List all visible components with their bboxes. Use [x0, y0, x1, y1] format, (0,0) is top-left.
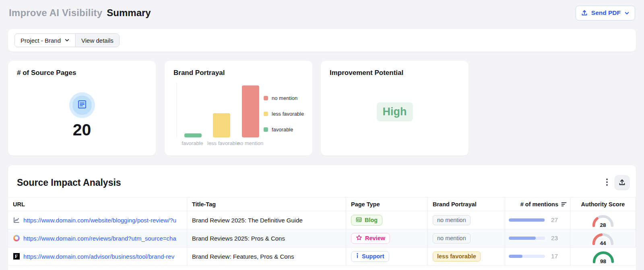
table-row-3-authority-cell: 98 [570, 247, 636, 266]
page-title-section: Improve AI Visibility [9, 7, 102, 19]
column-header-page-type[interactable]: Page Type [346, 197, 428, 211]
table-row-3-brand-portrayal-cell: less favorable [428, 247, 505, 266]
view-details-button[interactable]: View details [75, 34, 119, 47]
table-row-1-title-cell: Brand Review 2025: The Definitive Guide [187, 211, 346, 229]
project-control-group: Project - Brand View details [14, 33, 120, 47]
mentions-bar [509, 218, 545, 222]
analysis-header: Source Impact Analysis [8, 165, 636, 197]
source-pages-value: 20 [8, 120, 156, 139]
sort-descending-icon [561, 201, 567, 208]
improve-ai-visibility-page: Improve AI Visibility Summary Send PDF P… [0, 0, 644, 270]
legend-swatch [264, 112, 268, 116]
info-icon [356, 253, 359, 260]
f-letter-favicon: F [13, 253, 20, 260]
page-title-summary: Summary [107, 7, 151, 19]
table-row-3-title-cell: Brand Review: Features, Pros & Cons [187, 247, 346, 266]
chart-plot-area [177, 83, 264, 137]
page-type-badge: Blog [351, 215, 382, 226]
table-row-3-mentions-cell: 17 [505, 247, 570, 266]
column-header-title-tag[interactable]: Title-Tag [187, 197, 346, 211]
export-button[interactable] [615, 175, 630, 190]
table-row-2-authority-cell: 44 [570, 229, 636, 247]
mentions-value: 27 [551, 216, 558, 224]
mentions-bar [509, 255, 545, 258]
row-url-link[interactable]: https://www.domain.com/reviews/brand?utm… [23, 235, 176, 242]
legend-item-no-mention[interactable]: no mention [264, 95, 306, 101]
brand-portrayal-badge: less favorable [433, 251, 481, 262]
authority-score-gauge: 98 [592, 249, 615, 263]
authority-score-gauge: 28 [592, 213, 614, 227]
source-impact-analysis-card: Source Impact Analysis URL Ti [8, 165, 636, 270]
document-icon-badge [69, 92, 95, 118]
improvement-potential-card-title: Improvement Potential [330, 69, 403, 77]
browser-window-icon [356, 217, 362, 224]
row-url-link[interactable]: https://www.domain.com/website/blogging/… [23, 217, 176, 224]
x-label-no-mention: no mention [236, 140, 264, 146]
brand-portrayal-badge: no mention [433, 215, 471, 225]
column-header-brand-portrayal[interactable]: Brand Portrayal [428, 197, 505, 211]
table-row-2-mentions-cell: 23 [505, 229, 570, 247]
brand-portrayal-card: Brand Portrayal favorable less favorable… [165, 61, 312, 156]
brand-portrayal-chart: favorable less favorable no mention [177, 83, 264, 146]
table-row-2-brand-portrayal-cell: no mention [428, 229, 505, 247]
table-row-2-page-type-cell: Review [346, 229, 428, 247]
table-row-3-url-cell: F https://www.domain.com/advisor/busines… [8, 247, 187, 266]
improvement-potential-value: High [377, 102, 413, 121]
project-selector[interactable]: Project - Brand [15, 34, 75, 47]
table-row-1-brand-portrayal-cell: no mention [428, 211, 505, 229]
row-url-link[interactable]: https://www.domain.com/advisor/business/… [23, 253, 174, 260]
send-pdf-label: Send PDF [591, 9, 621, 17]
upload-icon [581, 10, 588, 16]
table-row-1-url-cell: https://www.domain.com/website/blogging/… [8, 211, 187, 229]
kebab-menu-icon [606, 179, 608, 187]
chevron-down-icon [64, 37, 70, 44]
page-title: Improve AI Visibility Summary [9, 7, 151, 19]
legend-swatch [264, 96, 268, 100]
mentions-bar [509, 237, 545, 240]
table-row-1-page-type-cell: Blog [346, 211, 428, 229]
legend-item-favorable[interactable]: favorable [264, 127, 306, 133]
table-row-2-title-cell: Brand Reviews 2025: Pros & Cons [187, 229, 346, 247]
swirl-favicon [13, 235, 20, 242]
table-row-1-authority-cell: 28 [570, 211, 636, 229]
send-pdf-button[interactable]: Send PDF [576, 6, 635, 21]
authority-score-gauge: 44 [592, 231, 614, 245]
document-icon [77, 99, 87, 111]
column-header-mentions[interactable]: # of mentions [505, 197, 570, 211]
source-pages-card: # of Source Pages 20 [8, 61, 156, 156]
column-header-authority-score[interactable]: Authority Score [570, 197, 636, 211]
filters-toolbar: Project - Brand View details [8, 29, 636, 52]
authority-score-value: 98 [592, 258, 615, 264]
x-label-less-favorable: less favorable [207, 140, 235, 146]
chart-x-axis-labels: favorable less favorable no mention [177, 140, 264, 146]
source-impact-table: URL Title-Tag Page Type Brand Portrayal … [8, 197, 636, 266]
page-type-badge: Review [351, 233, 390, 244]
mentions-value: 23 [551, 235, 558, 242]
legend-swatch [264, 127, 268, 132]
analysis-title: Source Impact Analysis [17, 177, 121, 188]
legend-item-less-favorable[interactable]: less favorable [264, 111, 306, 117]
x-label-favorable: favorable [178, 140, 206, 146]
improvement-potential-card: Improvement Potential High [321, 61, 469, 156]
table-row-3-page-type-cell: Support [346, 247, 428, 266]
brand-portrayal-card-title: Brand Portrayal [173, 69, 225, 77]
table-row-1-mentions-cell: 27 [505, 211, 570, 229]
chart-legend: no mention less favorable favorable [264, 95, 306, 133]
page-header: Improve AI Visibility Summary Send PDF [0, 0, 644, 26]
authority-score-value: 28 [592, 222, 614, 228]
chevron-down-icon [624, 10, 630, 16]
authority-score-value: 44 [592, 240, 614, 246]
line-chart-favicon [13, 217, 20, 224]
table-row-2-url-cell: https://www.domain.com/reviews/brand?utm… [8, 229, 187, 247]
bar-no-mention [242, 85, 259, 137]
mentions-value: 17 [551, 253, 558, 260]
analysis-menu-button[interactable] [601, 176, 613, 190]
column-header-url[interactable]: URL [8, 197, 187, 211]
upload-icon [619, 179, 625, 187]
page-type-badge: Support [351, 251, 389, 262]
bar-favorable [184, 133, 202, 137]
star-icon [356, 235, 362, 242]
bar-less-favorable [213, 113, 230, 137]
project-selector-value: Project - Brand [21, 37, 61, 44]
brand-portrayal-badge: no mention [433, 233, 471, 243]
